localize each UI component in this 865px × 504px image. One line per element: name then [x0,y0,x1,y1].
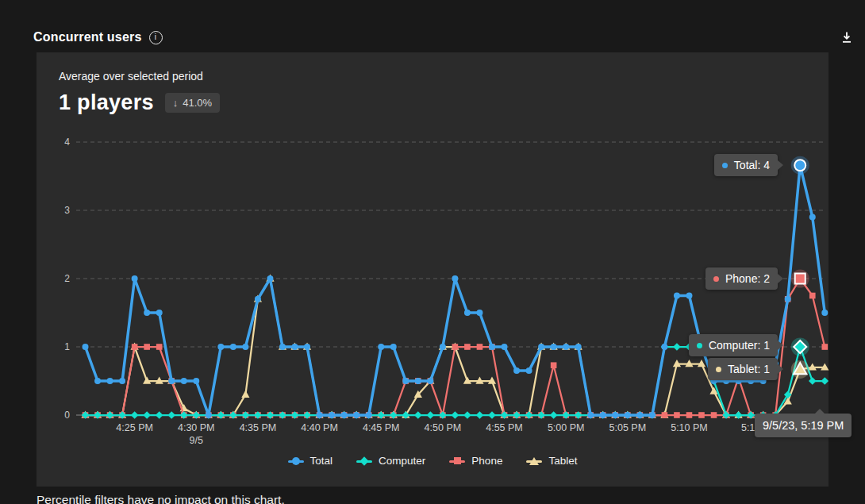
tooltip-tablet-dot [716,367,721,372]
legend-item-total[interactable]: Total [288,455,333,467]
legend-item-phone[interactable]: Phone [449,455,502,467]
legend-label-total: Total [310,455,333,467]
legend-label-phone: Phone [471,455,502,467]
svg-text:5:00 PM: 5:00 PM [548,422,585,433]
tooltip-total: Total: 4 [714,154,778,176]
tooltip-phone-dot [713,276,719,282]
svg-text:1: 1 [64,341,70,352]
tooltip-timestamp: 9/5/23, 5:19 PM [755,414,852,437]
svg-text:3: 3 [64,205,70,216]
tooltip-computer-text: Computer: 1 [709,339,770,352]
total-circle-icon [288,456,304,466]
svg-text:4:30 PM: 4:30 PM [178,422,215,433]
tooltip-total-text: Total: 4 [734,159,770,171]
svg-text:5:05 PM: 5:05 PM [609,422,647,433]
svg-text:4:55 PM: 4:55 PM [486,422,523,433]
tooltip-tablet-text: Tablet: 1 [728,363,770,375]
legend-label-computer: Computer [379,455,425,467]
legend-item-tablet[interactable]: Tablet [526,455,577,467]
phone-square-icon [449,456,465,466]
svg-text:4:45 PM: 4:45 PM [363,422,400,433]
computer-diamond-icon [356,456,372,466]
tooltip-phone: Phone: 2 [705,267,778,290]
svg-text:4: 4 [64,137,70,148]
tooltip-computer: Computer: 1 [689,334,778,356]
svg-text:4:50 PM: 4:50 PM [425,422,462,433]
footer-note: Percentile filters have no impact on thi… [37,493,285,504]
svg-text:0: 0 [64,410,70,421]
chart-plot-area[interactable]: 012344:25 PM4:30 PM4:35 PM4:40 PM4:45 PM… [0,0,865,504]
svg-text:4:35 PM: 4:35 PM [240,422,277,433]
legend-label-tablet: Tablet [548,455,577,467]
chart-legend: TotalComputerPhoneTablet [37,455,828,467]
tooltip-timestamp-text: 9/5/23, 5:19 PM [763,419,844,432]
tooltip-total-dot [722,163,728,168]
svg-text:5:10 PM: 5:10 PM [671,422,708,433]
svg-text:9/5: 9/5 [190,435,203,446]
tooltip-tablet: Tablet: 1 [708,358,778,380]
svg-text:4:25 PM: 4:25 PM [116,422,153,433]
svg-text:4:40 PM: 4:40 PM [301,422,338,433]
tablet-triangle-icon [526,456,542,466]
tooltip-phone-text: Phone: 2 [725,272,770,285]
legend-item-computer[interactable]: Computer [356,455,425,467]
tooltip-computer-dot [697,343,702,348]
svg-text:2: 2 [64,273,70,284]
